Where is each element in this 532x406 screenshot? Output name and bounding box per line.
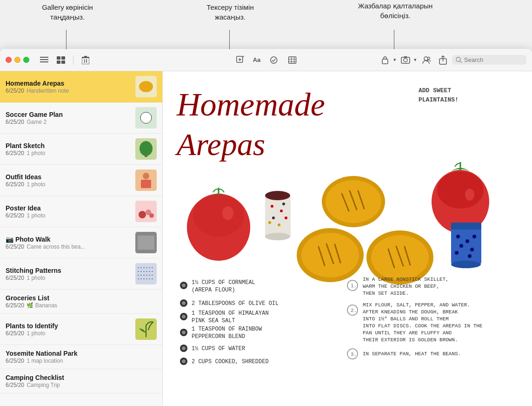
note-item-photo-walk[interactable]: 📷 Photo Walk6/25/20 Came across this bea… (0, 227, 162, 258)
svg-text:1.: 1. (351, 283, 357, 289)
svg-rect-4 (61, 56, 65, 60)
svg-point-60 (187, 194, 250, 261)
note-title-photo-walk: 📷 Photo Walk (6, 236, 131, 243)
svg-text:Arepas: Arepas (175, 127, 265, 162)
svg-text:ADD SWEET: ADD SWEET (419, 87, 451, 94)
svg-text:Homemade: Homemade (176, 87, 325, 122)
svg-point-63 (265, 191, 290, 200)
svg-text:IN A LARGE NONSTICK SKILLET,: IN A LARGE NONSTICK SKILLET, (363, 277, 449, 282)
note-item-yosemite[interactable]: Yosemite National Park6/25/20 1 map loca… (0, 345, 162, 369)
note-meta-poster-idea: 6/25/20 1 photo (6, 212, 131, 219)
svg-rect-17 (288, 57, 296, 63)
annotation-area: Gallery көрінісінтаңдаңыз. Тексеру тізім… (0, 0, 532, 51)
svg-point-33 (139, 81, 153, 92)
svg-point-26 (424, 57, 428, 61)
main-content: Homemade Arepas6/25/20 Handwritten noteS… (0, 71, 532, 406)
svg-text:AFTER KNEADING THE DOUGH, BREA: AFTER KNEADING THE DOUGH, BREAK (363, 309, 458, 315)
svg-point-96 (470, 248, 474, 251)
share-button[interactable] (435, 54, 450, 67)
svg-rect-2 (40, 61, 48, 62)
note-thumb-soccer-game-plan (135, 107, 157, 129)
note-item-plants-to-identify[interactable]: Plants to Identify6/25/20 1 photo (0, 314, 162, 345)
svg-rect-47 (138, 236, 154, 250)
note-item-soccer-game-plan[interactable]: Soccer Game Plan6/25/20 Game 2 (0, 102, 162, 134)
svg-text:(AREPA FLOUR): (AREPA FLOUR) (192, 287, 235, 293)
svg-rect-62 (265, 196, 291, 237)
note-thumb-outfit-ideas (135, 169, 157, 191)
svg-rect-7 (82, 58, 89, 64)
search-input[interactable] (464, 56, 515, 63)
svg-point-69 (268, 221, 271, 224)
list-view-button[interactable] (37, 54, 52, 67)
note-meta-soccer-game-plan: 6/25/20 Game 2 (6, 119, 131, 125)
svg-rect-8 (84, 59, 85, 63)
gallery-view-button[interactable] (53, 54, 68, 67)
collaborate-icon (421, 56, 431, 64)
svg-point-64 (265, 233, 290, 240)
delete-button[interactable] (78, 54, 93, 67)
note-thumb-photo-walk (135, 232, 157, 253)
svg-point-79 (465, 189, 474, 201)
compose-icon (236, 56, 244, 64)
svg-point-45 (149, 213, 154, 218)
svg-point-95 (459, 244, 463, 248)
new-note-button[interactable] (233, 54, 247, 67)
svg-rect-9 (86, 59, 87, 63)
svg-text:PAN UNTIL THEY ARE FLUFFY AND: PAN UNTIL THEY ARE FLUFFY AND (363, 330, 452, 336)
note-item-homemade-arepas[interactable]: Homemade Arepas6/25/20 Handwritten note (0, 71, 162, 102)
svg-text:1 TEASPOON OF HIMALAYAN: 1 TEASPOON OF HIMALAYAN (192, 310, 269, 317)
close-button[interactable] (6, 57, 12, 63)
svg-text:WARM THE CHICKEN OR BEEF,: WARM THE CHICKEN OR BEEF, (363, 284, 439, 289)
lock-icon (382, 56, 388, 64)
minimize-button[interactable] (14, 57, 20, 63)
maximize-button[interactable] (23, 57, 29, 63)
svg-rect-0 (40, 57, 48, 58)
svg-point-71 (285, 217, 287, 219)
svg-point-43 (139, 211, 146, 218)
note-item-outfit-ideas[interactable]: Outfit Ideas6/25/20 1 photo (0, 165, 162, 196)
gallery-view-icon (57, 56, 65, 64)
note-thumb-homemade-arepas (135, 76, 157, 97)
svg-text:1 TEASPOON OF RAINBOW: 1 TEASPOON OF RAINBOW (192, 326, 262, 332)
svg-text:THEN SET ASIDE.: THEN SET ASIDE. (363, 291, 409, 296)
note-item-groceries-list[interactable]: Groceries List6/25/20 🌿 Bananas (0, 290, 162, 314)
note-title-soccer-game-plan: Soccer Game Plan (6, 111, 131, 118)
note-item-camping-checklist[interactable]: Camping Checklist6/25/20 Camping Trip (0, 369, 162, 393)
lock-button[interactable] (378, 54, 392, 67)
svg-text:PEPPERCORN BLEND: PEPPERCORN BLEND (192, 333, 245, 340)
note-info-stitching-patterns: Stitching Patterns6/25/20 1 photo (6, 267, 131, 281)
photo-dropdown-arrow[interactable]: ▾ (414, 57, 417, 63)
svg-point-24 (404, 58, 407, 62)
note-title-outfit-ideas: Outfit Ideas (6, 173, 131, 181)
svg-point-112 (182, 331, 186, 334)
checklist-button[interactable] (266, 54, 281, 67)
note-info-homemade-arepas: Homemade Arepas6/25/20 Handwritten note (6, 80, 131, 94)
svg-text:THEIR EXTERIOR IS GOLDEN BROWN: THEIR EXTERIOR IS GOLDEN BROWN. (363, 337, 458, 343)
note-meta-photo-walk: 6/25/20 Came across this bea... (6, 244, 131, 250)
svg-point-35 (140, 112, 152, 123)
lock-dropdown-arrow[interactable]: ▾ (393, 57, 396, 63)
note-item-stitching-patterns[interactable]: Stitching Patterns6/25/20 1 photo (0, 258, 162, 290)
note-item-poster-idea[interactable]: Poster Idea6/25/20 1 photo (0, 196, 162, 227)
svg-text:INTO 1½" BALLS AND ROLL THEM: INTO 1½" BALLS AND ROLL THEM (363, 316, 449, 322)
list-view-icon (40, 57, 48, 63)
svg-point-70 (278, 223, 280, 226)
note-title-homemade-arepas: Homemade Arepas (6, 80, 131, 87)
search-box[interactable] (452, 55, 526, 65)
note-meta-plants-to-identify: 6/25/20 1 photo (6, 330, 131, 337)
svg-point-67 (272, 217, 275, 219)
svg-point-108 (182, 315, 186, 318)
collaborate-button[interactable] (419, 54, 433, 67)
format-button[interactable]: Aa (251, 54, 263, 67)
table-button[interactable] (285, 54, 299, 67)
svg-rect-41 (141, 180, 151, 188)
photo-button[interactable] (398, 54, 413, 67)
svg-point-40 (143, 173, 149, 179)
note-info-camping-checklist: Camping Checklist6/25/20 Camping Trip (6, 374, 157, 388)
note-item-plant-sketch[interactable]: Plant Sketch6/25/20 1 photo (0, 134, 162, 165)
main-window: Aa (0, 49, 532, 406)
note-detail: Homemade Arepas ADD SWEET PLAINTAINS! (163, 71, 532, 406)
svg-point-66 (280, 210, 283, 212)
note-meta-plant-sketch: 6/25/20 1 photo (6, 150, 131, 156)
table-icon (288, 56, 296, 64)
